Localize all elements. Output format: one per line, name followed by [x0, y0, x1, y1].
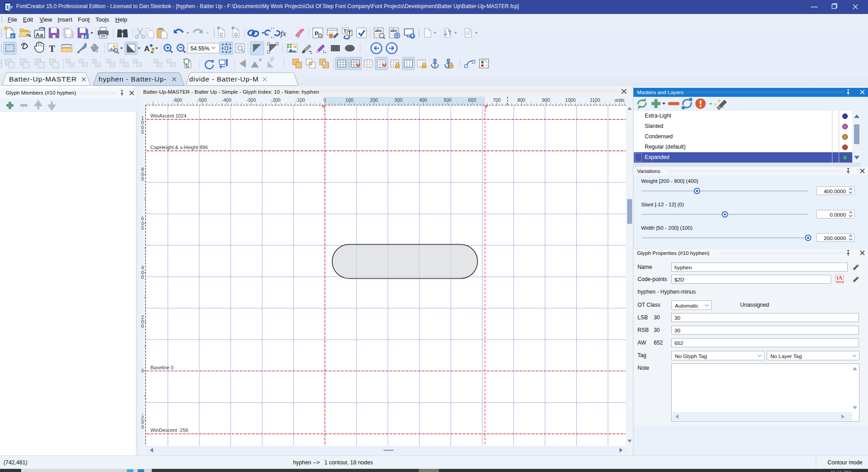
- svg-text:CapHeight & x-Height 896: CapHeight & x-Height 896: [150, 145, 208, 150]
- svg-text:0: 0: [141, 420, 144, 425]
- svg-text:C: C: [220, 32, 223, 37]
- svg-text:0: 0: [141, 177, 144, 182]
- svg-text:T: T: [348, 30, 351, 36]
- svg-text:100: 100: [345, 97, 353, 103]
- svg-text:600: 600: [468, 97, 476, 103]
- svg-text:1: 1: [141, 116, 144, 121]
- svg-text:1000: 1000: [565, 97, 576, 103]
- svg-text:2: 2: [141, 315, 144, 320]
- svg-text:900: 900: [542, 97, 550, 103]
- svg-text:UNICODE: UNICODE: [836, 281, 844, 284]
- svg-text:1100: 1100: [590, 97, 600, 103]
- svg-text:6: 6: [141, 216, 144, 221]
- svg-text:0: 0: [141, 172, 144, 177]
- svg-text:F: F: [11, 34, 14, 39]
- svg-text:4: 4: [141, 265, 144, 270]
- svg-text:-300: -300: [246, 97, 256, 103]
- svg-text:fx: fx: [280, 29, 286, 38]
- svg-text:0: 0: [141, 324, 144, 329]
- svg-text:0: 0: [141, 425, 144, 430]
- svg-text:-: -: [142, 411, 143, 416]
- svg-text:0: 0: [141, 125, 144, 130]
- svg-text:2: 2: [141, 415, 144, 420]
- svg-text:G: G: [234, 32, 238, 37]
- svg-text:400: 400: [419, 97, 427, 103]
- svg-text:-500: -500: [197, 97, 207, 103]
- svg-text:0: 0: [141, 270, 144, 275]
- svg-text:8: 8: [141, 167, 144, 172]
- svg-text:A: A: [144, 45, 149, 53]
- svg-text:-600: -600: [173, 97, 182, 103]
- svg-text:700: 700: [493, 97, 501, 103]
- svg-text:0: 0: [141, 226, 144, 231]
- svg-text:T: T: [49, 44, 55, 54]
- svg-text:abc: abc: [390, 28, 398, 33]
- svg-text:divide - Batter-Up-M: divide - Batter-Up-M: [189, 75, 259, 83]
- svg-text:0: 0: [324, 97, 326, 103]
- svg-text:-200: -200: [271, 97, 280, 103]
- svg-text:F: F: [85, 34, 87, 39]
- svg-text:0: 0: [141, 120, 144, 125]
- svg-text:54.55%: 54.55%: [190, 45, 209, 52]
- svg-text:200: 200: [370, 97, 378, 103]
- svg-text:0: 0: [141, 275, 144, 280]
- svg-text:Aa: Aa: [36, 32, 43, 38]
- svg-text:Batter-Up-MASTER - Batter Up -: Batter-Up-MASTER - Batter Up - Simple - …: [143, 89, 319, 95]
- svg-text:0: 0: [141, 130, 144, 135]
- svg-text:WinDescent -256: WinDescent -256: [150, 427, 188, 433]
- svg-text:U: U: [836, 275, 840, 281]
- svg-text:0: 0: [141, 368, 144, 373]
- svg-text:hyphen - Batter-Up-: hyphen - Batter-Up-: [99, 75, 167, 83]
- svg-text:300: 300: [394, 97, 402, 103]
- svg-text:-400: -400: [222, 97, 231, 103]
- svg-text:500: 500: [443, 97, 452, 103]
- svg-text:0: 0: [141, 221, 144, 226]
- svg-text:-100: -100: [295, 97, 305, 103]
- svg-text:800: 800: [517, 97, 525, 103]
- svg-text:0: 0: [141, 319, 144, 324]
- svg-text:Batter-Up-MASTER: Batter-Up-MASTER: [9, 75, 77, 83]
- svg-text:units: units: [615, 97, 624, 103]
- svg-text:abc: abc: [375, 28, 382, 33]
- svg-text:T: T: [344, 28, 347, 34]
- svg-text:WinAscent 1024: WinAscent 1024: [150, 113, 186, 118]
- svg-text:Baseline 0: Baseline 0: [150, 365, 173, 370]
